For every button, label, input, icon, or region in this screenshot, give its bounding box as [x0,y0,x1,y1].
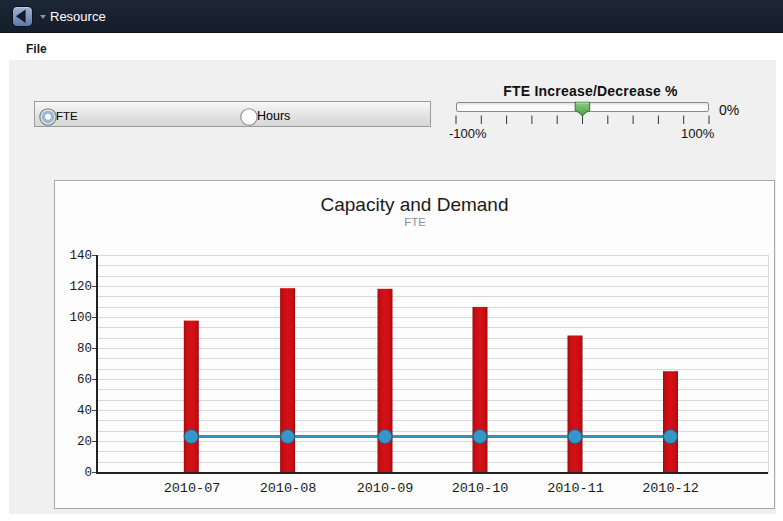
svg-text:80: 80 [77,342,92,356]
svg-text:140: 140 [69,249,92,263]
svg-text:40: 40 [77,404,92,418]
svg-text:Capacity and Demand: Capacity and Demand [321,194,509,215]
svg-text:2010-10: 2010-10 [452,481,509,496]
svg-text:60: 60 [77,373,92,387]
svg-text:0: 0 [84,466,92,480]
svg-text:2010-12: 2010-12 [642,481,699,496]
svg-text:100: 100 [69,311,92,325]
svg-text:2010-09: 2010-09 [357,481,414,496]
svg-text:FTE: FTE [404,216,426,228]
svg-text:20: 20 [77,435,92,449]
svg-text:2010-07: 2010-07 [164,481,221,496]
svg-text:2010-08: 2010-08 [260,481,317,496]
svg-text:120: 120 [69,280,92,294]
svg-text:2010-11: 2010-11 [547,481,604,496]
